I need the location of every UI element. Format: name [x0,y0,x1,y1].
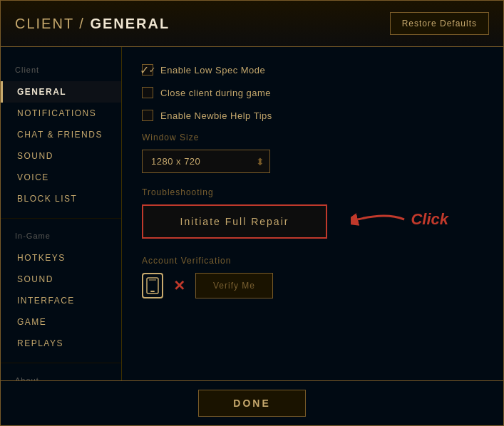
sidebar-item-replays[interactable]: REPLAYS [1,333,121,354]
restore-defaults-button[interactable]: Restore Defaults [390,12,489,35]
checkbox-row-low-spec: ✓ Enable Low Spec Mode [142,64,483,76]
sidebar-item-game[interactable]: GAME [1,311,121,333]
phone-icon [142,273,163,298]
x-icon: ✕ [173,277,185,294]
page-title: CLIENT / GENERAL [15,16,170,32]
full-repair-button[interactable]: Initiate Full Repair [142,204,327,239]
sidebar-divider-2 [1,363,121,363]
sidebar-item-interface[interactable]: INTERFACE [1,290,121,311]
window-size-wrapper: 1280 x 720 1920 x 1080 2560 x 1440 ⬍ [142,150,270,173]
account-verification-header: Account Verification [142,256,483,266]
verify-row: ✕ Verify Me [142,273,483,298]
sidebar-section-about: About [1,372,121,380]
click-label: Click [411,210,448,229]
footer: DONE [1,380,503,425]
window-size-header: Window Size [142,133,483,142]
sidebar-section-ingame: In-Game [1,227,121,244]
sidebar-item-chat-friends[interactable]: CHAT & FRIENDS [1,124,121,145]
checkbox-close-client[interactable] [142,87,153,98]
checkmark-icon: ✓ [140,63,149,77]
newbie-help-label: Enable Newbie Help Tips [160,110,272,121]
sidebar: Client GENERAL NOTIFICATIONS CHAT & FRIE… [1,47,122,380]
sidebar-item-notifications[interactable]: NOTIFICATIONS [1,103,121,124]
sidebar-item-voice[interactable]: VOICE [1,167,121,188]
click-arrow-icon [351,209,408,230]
content-area: ✓ Enable Low Spec Mode Close client duri… [122,47,503,380]
sidebar-item-sound[interactable]: SOUND [1,145,121,167]
done-button[interactable]: DONE [198,390,305,417]
checkbox-newbie-help[interactable] [142,110,153,121]
troubleshooting-section: Troubleshooting Initiate Full Repair [142,187,483,239]
sidebar-divider-1 [1,218,121,219]
main-layout: Client GENERAL NOTIFICATIONS CHAT & FRIE… [1,47,503,380]
sidebar-item-sound-ig[interactable]: SOUND [1,269,121,290]
close-client-label: Close client during game [160,88,271,98]
repair-btn-wrapper: Initiate Full Repair Click [142,204,327,239]
checkbox-row-close-client: Close client during game [142,87,483,98]
verify-me-button[interactable]: Verify Me [195,273,273,298]
checkbox-low-spec[interactable]: ✓ [142,64,153,76]
sidebar-item-block-list[interactable]: BLOCK LIST [1,188,121,209]
sidebar-item-hotkeys[interactable]: HOTKEYS [1,247,121,269]
low-spec-label: Enable Low Spec Mode [160,65,265,76]
title-prefix: CLIENT / [15,16,90,31]
checkbox-row-newbie-help: Enable Newbie Help Tips [142,110,483,121]
title-main: GENERAL [90,16,170,31]
header: CLIENT / GENERAL Restore Defaults [1,1,503,47]
phone-svg [146,277,159,294]
sidebar-section-client: Client [1,61,121,78]
main-window: CLIENT / GENERAL Restore Defaults Client… [0,0,504,426]
troubleshooting-header: Troubleshooting [142,187,483,197]
svg-rect-2 [150,291,155,292]
click-annotation-container: Click [351,209,448,230]
window-size-section: Window Size 1280 x 720 1920 x 1080 2560 … [142,133,483,173]
sidebar-item-general[interactable]: GENERAL [1,81,121,103]
account-verification-section: Account Verification ✕ Verify Me [142,256,483,298]
window-size-select[interactable]: 1280 x 720 1920 x 1080 2560 x 1440 [142,150,270,173]
